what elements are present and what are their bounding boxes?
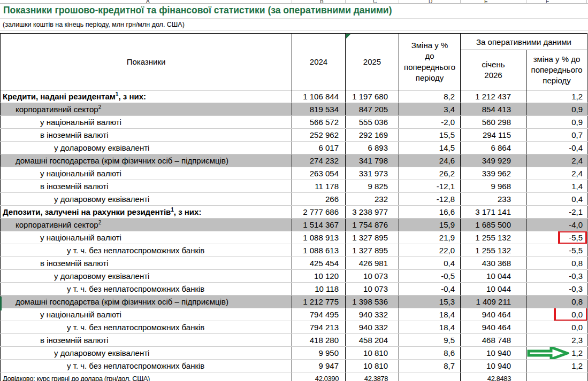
cell-operational-change-pct[interactable]: 0,9 — [526, 116, 587, 129]
cell-2024[interactable]: 1 088 613 — [292, 244, 346, 257]
cell-2025[interactable]: 10 073 — [346, 283, 399, 296]
row-label[interactable]: у національній валюті — [1, 167, 292, 180]
cell-change-pct[interactable]: 14,5 — [399, 142, 461, 154]
header-indicators[interactable]: Показники — [1, 34, 292, 90]
cell-2024[interactable]: 11 178 — [292, 180, 346, 193]
cell-change-pct[interactable]: 15,5 — [399, 129, 461, 142]
cell-operational-change-pct[interactable]: 0,4 — [526, 193, 587, 206]
cell-january-2026[interactable]: 560 298 — [461, 116, 526, 129]
cell-2024[interactable]: 1 212 775 — [292, 296, 346, 308]
cell-2024[interactable]: 794 213 — [292, 321, 346, 334]
cell-2025[interactable]: 331 973 — [346, 167, 399, 180]
cell-change-pct[interactable]: 0,4 — [399, 257, 461, 270]
row-label[interactable]: в іноземній валюті — [1, 129, 292, 142]
cell-2025[interactable]: 42,3878 — [346, 372, 399, 381]
row-label[interactable]: в іноземній валюті — [1, 334, 292, 347]
row-label[interactable]: у доларовому еквіваленті — [1, 347, 292, 360]
header-2025[interactable]: 2025 — [346, 34, 399, 90]
cell-2025[interactable]: 1 398 536 — [346, 296, 399, 308]
cell-operational-change-pct[interactable]: 0,8 — [526, 296, 587, 308]
cell-2025[interactable]: 426 981 — [346, 257, 399, 270]
cell-january-2026[interactable]: 468 748 — [461, 334, 526, 347]
cell-january-2026[interactable]: 854 413 — [461, 103, 526, 116]
cell-change-pct[interactable]: 15,3 — [399, 296, 461, 308]
cell-january-2026[interactable]: 1 409 211 — [461, 296, 526, 308]
cell-change-pct[interactable]: -0,5 — [399, 270, 461, 283]
row-label[interactable]: у національній валюті — [1, 308, 292, 321]
cell-january-2026[interactable]: 10 044 — [461, 283, 526, 296]
cell-change-pct[interactable]: 3,4 — [399, 103, 461, 116]
cell-2024[interactable]: 2 777 686 — [292, 206, 346, 219]
cell-operational-change-pct[interactable]: 2,3 — [526, 334, 587, 347]
row-label[interactable]: домашні господарства (крім фізичних осіб… — [1, 154, 292, 167]
cell-january-2026[interactable]: 940 464 — [461, 308, 526, 321]
cell-2025[interactable]: 10 810 — [346, 347, 399, 360]
cell-operational-change-pct[interactable]: 0,7 — [526, 129, 587, 142]
row-label[interactable]: Довідково: курс гривні до долара (грн/до… — [1, 372, 292, 381]
cell-change-pct[interactable]: 26,2 — [399, 167, 461, 180]
cell-2024[interactable]: 418 280 — [292, 334, 346, 347]
cell-january-2026[interactable]: 940 464 — [461, 321, 526, 334]
cell-change-pct[interactable]: 18,4 — [399, 308, 461, 321]
cell-2025[interactable]: 341 798 — [346, 154, 399, 167]
cell-change-pct[interactable]: 8,2 — [399, 90, 461, 103]
cell-2024[interactable]: 252 962 — [292, 129, 346, 142]
cell-january-2026[interactable]: 294 115 — [461, 129, 526, 142]
cell-operational-change-pct[interactable]: -5,5 — [526, 244, 587, 257]
cell-operational-change-pct[interactable]: 1,2 — [526, 360, 587, 372]
cell-2025[interactable]: 555 036 — [346, 116, 399, 129]
cell-2025[interactable]: 10 073 — [346, 270, 399, 283]
cell-2025[interactable]: 292 169 — [346, 129, 399, 142]
cell-2025[interactable]: 1 327 895 — [346, 244, 399, 257]
cell-2024[interactable]: 10 118 — [292, 283, 346, 296]
cell-2024[interactable]: 566 572 — [292, 116, 346, 129]
cell-change-pct[interactable] — [399, 372, 461, 381]
row-label[interactable]: у доларовому еквіваленті — [1, 142, 292, 154]
cell-change-pct[interactable]: 8,7 — [399, 360, 461, 372]
cell-operational-change-pct[interactable]: 1,2 — [526, 347, 587, 360]
cell-january-2026[interactable]: 6 864 — [461, 142, 526, 154]
cell-operational-change-pct[interactable]: 2,4 — [526, 167, 587, 180]
row-label[interactable]: Кредити, надані резидентам1, з них: — [1, 90, 292, 103]
cell-january-2026[interactable]: 1 255 132 — [461, 231, 526, 244]
cell-2025[interactable]: 9 825 — [346, 180, 399, 193]
cell-january-2026[interactable]: 233 — [461, 193, 526, 206]
header-operational-change-pct[interactable]: зміна у % до попереднього періоду — [526, 50, 587, 90]
cell-january-2026[interactable]: 10 044 — [461, 270, 526, 283]
cell-2024[interactable]: 819 534 — [292, 103, 346, 116]
cell-operational-change-pct-highlighted[interactable]: -5,5 — [526, 231, 587, 244]
cell-2024[interactable]: 6 017 — [292, 142, 346, 154]
cell-change-pct[interactable]: 21,9 — [399, 231, 461, 244]
row-label[interactable]: домашні господарства (крім фізичних осіб… — [1, 296, 292, 308]
row-label[interactable]: корпоративний сектор2 — [1, 219, 292, 231]
row-label[interactable]: у т. ч. без неплатоспроможних банків — [1, 321, 292, 334]
header-january-2026[interactable]: січень 2026 — [461, 50, 526, 90]
cell-operational-change-pct[interactable] — [526, 372, 587, 381]
cell-2024[interactable]: 42,0390 — [292, 372, 346, 381]
cell-january-2026[interactable]: 1 255 132 — [461, 244, 526, 257]
cell-change-pct[interactable]: 22,0 — [399, 244, 461, 257]
row-label[interactable]: у національній валюті — [1, 116, 292, 129]
row-label[interactable]: корпоративний сектор2 — [1, 103, 292, 116]
cell-2024[interactable]: 266 — [292, 193, 346, 206]
cell-operational-change-pct-highlighted[interactable]: 0,0 — [526, 308, 587, 321]
cell-2025[interactable]: 1 327 895 — [346, 231, 399, 244]
cell-operational-change-pct[interactable]: 0,9 — [526, 103, 587, 116]
row-label[interactable]: в іноземній валюті — [1, 257, 292, 270]
cell-operational-change-pct[interactable]: -0,3 — [526, 283, 587, 296]
cell-operational-change-pct[interactable]: 0,0 — [526, 321, 587, 334]
cell-january-2026[interactable]: 1 685 500 — [461, 219, 526, 231]
cell-january-2026[interactable]: 339 962 — [461, 167, 526, 180]
cell-2025[interactable]: 940 332 — [346, 321, 399, 334]
cell-operational-change-pct[interactable]: -0,4 — [526, 142, 587, 154]
cell-2025[interactable]: 458 204 — [346, 334, 399, 347]
cell-change-pct[interactable]: 24,6 — [399, 154, 461, 167]
cell-operational-change-pct[interactable]: -4,0 — [526, 219, 587, 231]
cell-2025[interactable]: 10 810 — [346, 360, 399, 372]
cell-2025[interactable]: 940 332 — [346, 308, 399, 321]
cell-2024[interactable]: 1 106 844 — [292, 90, 346, 103]
cell-change-pct[interactable]: 16,6 — [399, 206, 461, 219]
cell-2024[interactable]: 1 088 913 — [292, 231, 346, 244]
row-label[interactable]: в іноземній валюті — [1, 180, 292, 193]
cell-change-pct[interactable]: -2,0 — [399, 116, 461, 129]
